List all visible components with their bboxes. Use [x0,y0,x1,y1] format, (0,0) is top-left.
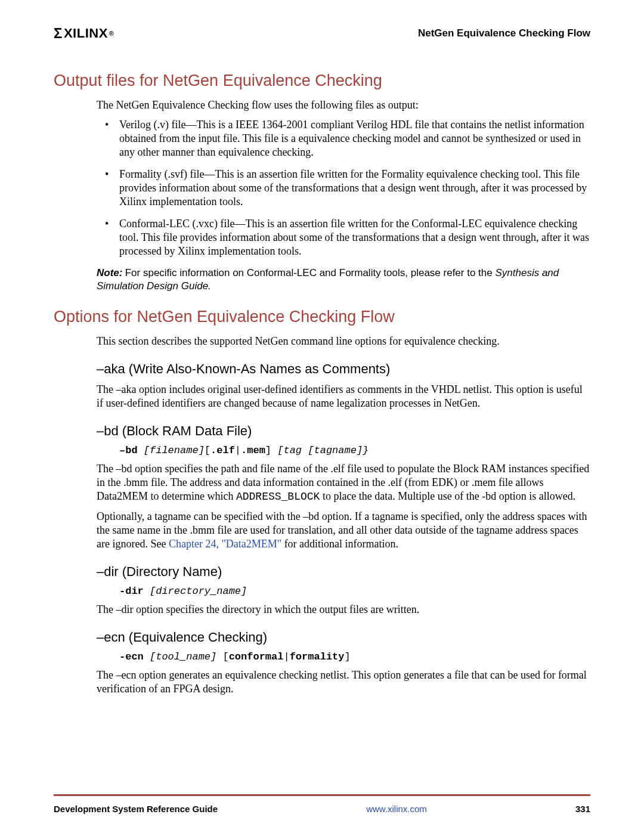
page-header: Σ XILINX ® NetGen Equivalence Checking F… [54,25,590,42]
sigma-icon: Σ [54,25,63,42]
bd-paragraph-2: Optionally, a tagname can be specified w… [97,510,590,551]
ecn-syntax: -ecn [tool_name] [conformal|formality] [119,651,590,662]
dir-syntax: -dir [directory_name] [119,586,590,597]
section-heading-output-files: Output files for NetGen Equivalence Chec… [54,72,590,90]
footer-page-number: 331 [575,804,590,814]
link-chapter-24[interactable]: Chapter 24, "Data2MEM" [169,538,281,550]
bd-paragraph-1: The –bd option specifies the path and fi… [97,462,590,504]
header-title: NetGen Equivalence Checking Flow [418,27,590,39]
list-item: Formality (.svf) file—This is an asserti… [97,168,590,209]
xilinx-logo: Σ XILINX ® [54,25,114,42]
logo-text: XILINX [64,26,108,41]
note-label: Note: [97,267,122,278]
section1-intro: The NetGen Equivalence Checking flow use… [97,98,590,112]
page-footer: Development System Reference Guide www.x… [54,804,590,814]
footer-doc-title: Development System Reference Guide [54,804,218,814]
bd-syntax: –bd [filename][.elf|.mem] [tag [tagname]… [119,445,590,456]
note-block: Note: For specific information on Confor… [97,267,590,293]
list-item: Verilog (.v) file—This is a IEEE 1364-20… [97,118,590,159]
option-heading-ecn: –ecn (Equivalence Checking) [54,630,590,645]
section-heading-options: Options for NetGen Equivalence Checking … [54,308,590,326]
option-heading-bd: –bd (Block RAM Data File) [54,423,590,439]
ecn-body: The –ecn option generates an equivalence… [97,668,590,696]
footer-url[interactable]: www.xilinx.com [366,804,427,814]
note-body: For specific information on Conformal-LE… [125,267,496,278]
section2-intro: This section describes the supported Net… [97,335,590,348]
registered-icon: ® [109,30,114,37]
option-heading-aka: –aka (Write Also-Known-As Names as Comme… [54,361,590,377]
list-item: Conformal-LEC (.vxc) file—This is an ass… [97,217,590,258]
aka-body: The –aka option includes original user-d… [97,383,590,410]
footer-rule [54,794,590,796]
output-files-list: Verilog (.v) file—This is a IEEE 1364-20… [97,118,590,258]
option-heading-dir: –dir (Directory Name) [54,564,590,580]
dir-body: The –dir option specifies the directory … [97,603,590,617]
